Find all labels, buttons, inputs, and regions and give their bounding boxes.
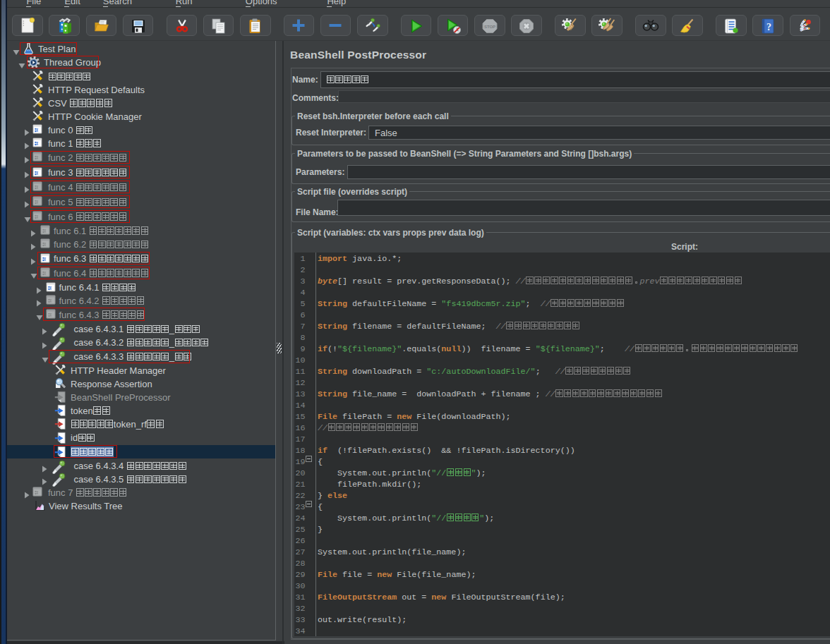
svg-text:STOP: STOP: [484, 24, 495, 28]
svg-text:?: ?: [766, 21, 771, 32]
